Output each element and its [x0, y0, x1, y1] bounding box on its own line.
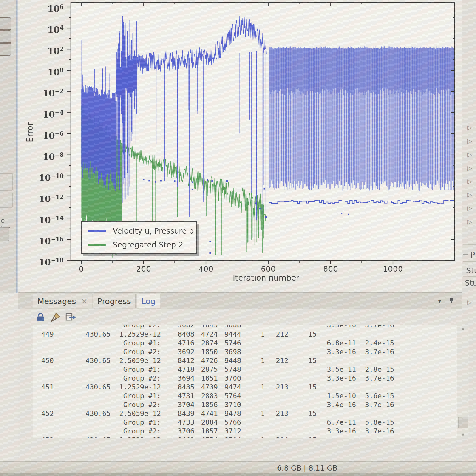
- log-cell-err: Group #2:: [114, 401, 161, 409]
- scatter-dot: [207, 179, 208, 181]
- y-tick-label: 10−8: [35, 149, 64, 161]
- scrollbar[interactable]: ∧ ∨: [457, 325, 469, 438]
- scatter-dot: [211, 180, 213, 182]
- chevron-down-icon[interactable]: ▾: [438, 298, 441, 304]
- tree-connector: [463, 254, 468, 255]
- log-cell-b: 214: [268, 436, 288, 438]
- tab-progress[interactable]: Progress: [93, 294, 136, 308]
- log-cell-v2: 5.8e-15: [357, 418, 394, 427]
- y-tick-label: 102: [35, 43, 64, 55]
- log-cell-t: 430.65: [71, 357, 110, 365]
- log-cell-b: 212: [268, 330, 288, 338]
- scatter-dot: [209, 252, 211, 254]
- tree-expand-icon[interactable]: ▷: [467, 298, 472, 306]
- log-cell-t: 430.65: [71, 436, 110, 438]
- log-cell-t: 430.65: [71, 330, 110, 338]
- scatter-dot: [209, 241, 211, 242]
- log-cell-v1: 1.5e-10: [318, 392, 356, 400]
- clear-log-brush-icon[interactable]: [50, 312, 61, 322]
- lock-icon[interactable]: [35, 312, 46, 322]
- log-output[interactable]: Group #2:3682 1845 36883.3e-163.7e-16449…: [33, 325, 458, 438]
- tree-expand-icon[interactable]: ▷: [467, 164, 472, 172]
- log-cell-v1: 3.3e-16: [318, 374, 356, 382]
- tree-expand-icon[interactable]: ▷: [467, 124, 472, 131]
- log-cell-b: 213: [268, 383, 288, 391]
- log-cell-v2: 3.7e-16: [357, 348, 394, 356]
- legend-line-segregated: [88, 244, 106, 246]
- log-line: 451430.651.2529e-128435 4739 9474121315: [33, 383, 458, 391]
- scatter-dot: [348, 214, 349, 215]
- tab-messages-label: Messages: [37, 297, 76, 306]
- tree-row-separator: [463, 244, 476, 245]
- y-tick-label: 10−2: [35, 86, 64, 97]
- log-cell-iter: 449: [41, 330, 60, 338]
- log-cell-err: Group #1:: [114, 418, 161, 427]
- log-cell-v1: 3.3e-16: [318, 427, 356, 435]
- tree-expand-icon[interactable]: ▷: [467, 204, 472, 212]
- tree-row-separator: [463, 276, 476, 277]
- tree-expand-icon[interactable]: ▷: [467, 191, 472, 198]
- y-tick-label: 10−4: [35, 107, 64, 118]
- tree-row-separator: [463, 291, 476, 291]
- tab-messages[interactable]: Messages ×: [33, 294, 92, 308]
- tab-log[interactable]: Log: [137, 294, 160, 308]
- log-cell-nums: 3706 1857 3712: [169, 427, 241, 435]
- scatter-dot: [160, 180, 162, 181]
- close-icon[interactable]: ×: [81, 298, 88, 304]
- scroll-up-icon[interactable]: ∧: [457, 325, 469, 333]
- log-line: Group #2:3682 1845 36883.3e-163.7e-16: [33, 325, 458, 329]
- log-cell-v2: 5.6e-15: [357, 392, 394, 400]
- log-cell-err: Group #1:: [114, 366, 161, 374]
- log-cell-c: 15: [299, 357, 317, 365]
- log-line: 452430.652.5059e-128439 4741 9478121315: [33, 410, 458, 418]
- log-cell-nums: 3682 1845 3688: [169, 325, 241, 329]
- log-cell-b: 213: [268, 410, 288, 418]
- log-cell-err: Group #1:: [114, 392, 161, 400]
- log-cell-c: 15: [299, 383, 317, 391]
- export-log-icon[interactable]: [65, 312, 76, 322]
- memory-usage: 6.8 GB | 8.11 GB: [277, 464, 337, 472]
- log-line: Group #2:3706 1857 37123.3e-163.7e-16: [33, 427, 458, 435]
- log-cell-err: 2.5059e-12: [114, 357, 161, 365]
- log-cell-nums: 4733 2884 5766: [169, 418, 241, 427]
- tree-expand-icon[interactable]: ▷: [467, 178, 472, 185]
- scatter-dot: [174, 180, 176, 182]
- tab-log-label: Log: [141, 297, 156, 306]
- x-tick-label: 400: [192, 264, 220, 274]
- legend-label-velocity: Velocity u, Pressure p: [113, 227, 194, 235]
- scroll-down-icon[interactable]: ∨: [457, 430, 469, 438]
- log-cell-a: 1: [255, 357, 265, 365]
- tree-item-fragment-p[interactable]: P: [470, 250, 475, 259]
- tree-item-fragment-stud[interactable]: Stud: [465, 278, 476, 287]
- log-cell-nums: 3694 1851 3700: [169, 374, 241, 382]
- log-cell-a: 1: [255, 436, 265, 438]
- y-tick-label: 10−6: [35, 128, 64, 139]
- screen-edge: [0, 473, 476, 476]
- log-cell-v2: 3.7e-16: [357, 427, 394, 435]
- status-bar: 6.8 GB | 8.11 GB: [0, 462, 476, 473]
- x-tick-label: 0: [67, 264, 95, 274]
- log-line: Group #2:3694 1851 37003.3e-163.7e-16: [33, 374, 458, 382]
- log-cell-err: Group #1:: [114, 339, 161, 347]
- tree-expand-icon[interactable]: ▷: [467, 151, 472, 158]
- tree-expand-icon[interactable]: ▷: [467, 218, 472, 225]
- y-tick-label: 106: [35, 1, 64, 13]
- log-cell-a: 1: [255, 383, 265, 391]
- log-cell-a: 1: [255, 330, 265, 338]
- log-cell-err: 1.2529e-12: [114, 383, 161, 391]
- log-cell-nums: 8439 4741 9478: [169, 410, 241, 418]
- legend-line-velocity: [88, 230, 106, 232]
- pin-icon[interactable]: [448, 297, 455, 305]
- log-cell-v1: 3.3e-16: [318, 348, 356, 356]
- log-cell-v1: 3.4e-16: [318, 401, 356, 409]
- scatter-dot: [192, 189, 193, 190]
- tree-item-fragment-stu[interactable]: Stu: [466, 266, 476, 275]
- log-cell-nums: 8412 4726 9448: [169, 357, 241, 365]
- log-cell-b: 212: [268, 357, 288, 365]
- log-cell-v2: 3.7e-16: [357, 325, 394, 329]
- tree-expand-icon[interactable]: ▷: [467, 137, 472, 145]
- log-cell-err: 2.5059e-12: [114, 410, 161, 418]
- scrollbar-thumb[interactable]: [458, 417, 468, 428]
- scatter-dot: [341, 212, 342, 214]
- log-line: Group #2:3704 1856 37103.4e-163.7e-16: [33, 401, 458, 409]
